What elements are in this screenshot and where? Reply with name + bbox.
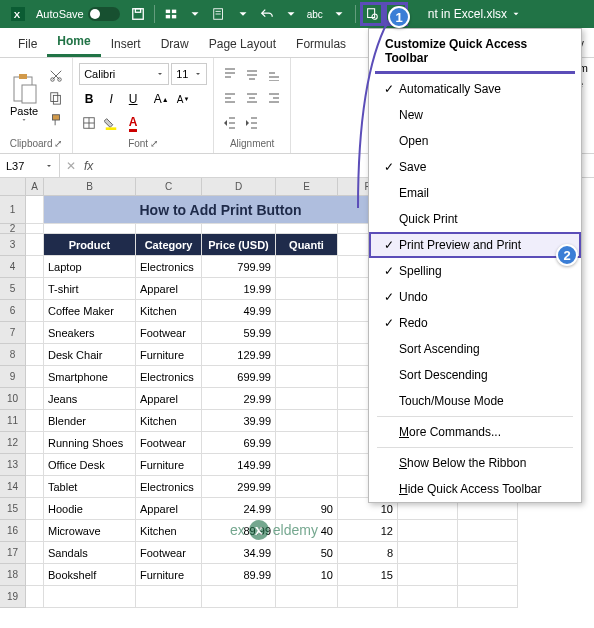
cell[interactable] [26,388,44,410]
cell[interactable] [276,344,338,366]
row-header[interactable]: 5 [0,278,26,300]
row-header[interactable]: 10 [0,388,26,410]
cell[interactable] [276,410,338,432]
cell[interactable] [26,410,44,432]
cell[interactable]: 69.99 [202,432,276,454]
cell[interactable]: Electronics [136,366,202,388]
cell[interactable]: Kitchen [136,520,202,542]
menu-item[interactable]: ✓Print Preview and Print [369,232,581,258]
chevron-down-icon[interactable] [281,4,301,24]
cell[interactable] [276,454,338,476]
cell[interactable] [458,564,518,586]
decrease-font-icon[interactable]: A▼ [173,89,193,109]
cell[interactable]: Microwave [44,520,136,542]
cell[interactable]: 299.99 [202,476,276,498]
cell[interactable]: Furniture [136,564,202,586]
cell[interactable]: Footwear [136,542,202,564]
paste-button[interactable]: Paste [6,69,42,127]
fill-color-icon[interactable] [101,113,121,133]
font-size-select[interactable]: 11 [171,63,207,85]
dialog-launcher-icon[interactable]: ⤢ [150,138,158,149]
fx-icon[interactable]: fx [84,159,93,173]
row-header[interactable]: 7 [0,322,26,344]
increase-font-icon[interactable]: A▲ [151,89,171,109]
cell[interactable] [26,196,44,224]
cell[interactable] [276,366,338,388]
bold-button[interactable]: B [79,89,99,109]
menu-item[interactable]: ✓Automatically Save [369,76,581,102]
cut-icon[interactable] [46,66,66,86]
cell[interactable]: Apparel [136,278,202,300]
cell[interactable]: Running Shoes [44,432,136,454]
chevron-down-icon[interactable] [233,4,253,24]
tab-insert[interactable]: Insert [101,31,151,57]
qat-extra-icon[interactable] [161,4,181,24]
autosave-toggle[interactable]: AutoSave [36,7,120,21]
cell[interactable]: 8 [338,542,398,564]
row-header[interactable]: 19 [0,586,26,608]
cell[interactable]: 12 [338,520,398,542]
menu-more-commands[interactable]: More Commands... [369,419,581,445]
cell[interactable]: Bookshelf [44,564,136,586]
col-header[interactable]: C [136,178,202,196]
cell[interactable]: Jeans [44,388,136,410]
row-header[interactable]: 13 [0,454,26,476]
cell[interactable]: 34.99 [202,542,276,564]
name-box[interactable]: L37 [0,154,60,177]
cell[interactable] [458,520,518,542]
row-header[interactable]: 9 [0,366,26,388]
increase-indent-icon[interactable] [242,112,262,132]
cell[interactable]: 129.99 [202,344,276,366]
font-name-select[interactable]: Calibri [79,63,169,85]
cell[interactable]: 799.99 [202,256,276,278]
align-middle-icon[interactable] [242,64,262,84]
cell[interactable] [458,542,518,564]
align-bottom-icon[interactable] [264,64,284,84]
title-cell[interactable]: How to Add Print Button [44,196,398,224]
chevron-down-icon[interactable] [329,4,349,24]
underline-button[interactable]: U [123,89,143,109]
row-header[interactable]: 15 [0,498,26,520]
dialog-launcher-icon[interactable]: ⤢ [54,138,62,149]
cell[interactable]: Smartphone [44,366,136,388]
cell[interactable]: Furniture [136,454,202,476]
undo-icon[interactable] [257,4,277,24]
menu-item[interactable]: Touch/Mouse Mode [369,388,581,414]
menu-item[interactable]: New [369,102,581,128]
row-header[interactable]: 4 [0,256,26,278]
menu-item[interactable]: Sort Ascending [369,336,581,362]
cell[interactable] [276,388,338,410]
cell[interactable]: 59.99 [202,322,276,344]
col-header[interactable]: A [26,178,44,196]
row-header[interactable]: 1 [0,196,26,224]
cell[interactable]: Sandals [44,542,136,564]
cell[interactable]: Furniture [136,344,202,366]
table-header[interactable]: Price (USD) [202,234,276,256]
cell[interactable]: Electronics [136,256,202,278]
cell[interactable] [26,322,44,344]
cell[interactable] [26,300,44,322]
cell[interactable] [276,476,338,498]
cell[interactable]: 699.99 [202,366,276,388]
tab-formulas[interactable]: Formulas [286,31,356,57]
cell[interactable]: Hoodie [44,498,136,520]
row-header[interactable]: 6 [0,300,26,322]
cell[interactable]: Sneakers [44,322,136,344]
table-header[interactable]: Quanti [276,234,338,256]
cell[interactable] [26,278,44,300]
cell[interactable]: Kitchen [136,300,202,322]
cell[interactable]: Desk Chair [44,344,136,366]
cell[interactable] [276,432,338,454]
chevron-down-icon[interactable] [185,4,205,24]
tab-file[interactable]: File [8,31,47,57]
cell[interactable] [26,564,44,586]
save-icon[interactable] [128,4,148,24]
cell[interactable]: T-shirt [44,278,136,300]
menu-item[interactable]: Quick Print [369,206,581,232]
cell[interactable]: Footwear [136,432,202,454]
menu-item[interactable]: Open [369,128,581,154]
decrease-indent-icon[interactable] [220,112,240,132]
cell[interactable] [26,498,44,520]
fx-cancel-icon[interactable]: ✕ [66,159,76,173]
cell[interactable]: 15 [338,564,398,586]
